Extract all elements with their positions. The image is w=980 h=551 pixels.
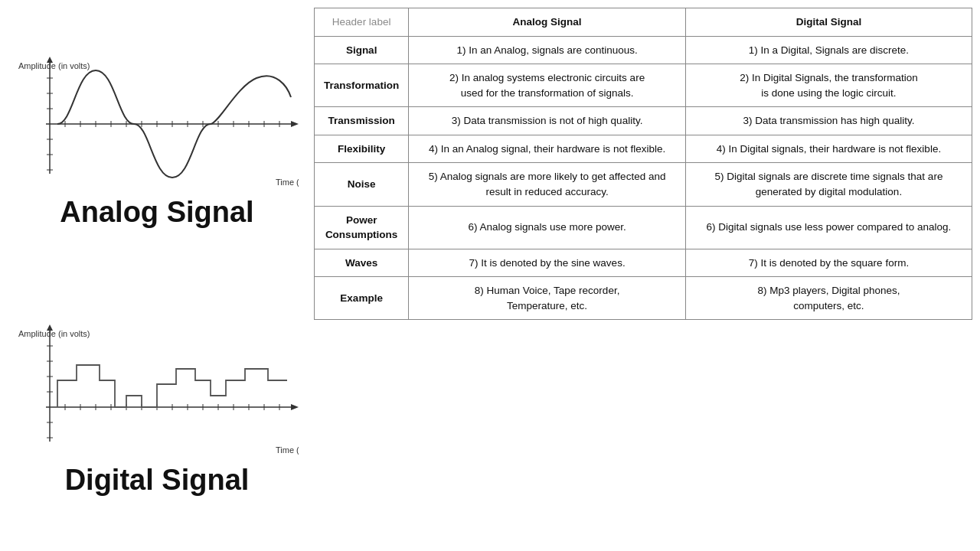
row-analog: 6) Analog signals use more power. [409, 206, 686, 249]
row-digital: 6) Digital signals use less power compar… [685, 206, 972, 249]
table-header-row: Header label Analog Signal Digital Signa… [315, 8, 972, 37]
table-row: Waves7) It is denoted by the sine waves.… [315, 249, 972, 277]
analog-chart: Amplitude (in volts) [15, 55, 299, 193]
table-row: Transmission3) Data transmission is not … [315, 107, 972, 135]
row-label: Transmission [315, 107, 409, 135]
digital-y-label: Amplitude (in volts) [18, 329, 90, 338]
table-row: Flexibility4) In an Analog signal, their… [315, 135, 972, 163]
analog-x-label: Time (in m [276, 178, 299, 187]
left-panel: Amplitude (in volts) [0, 0, 314, 551]
col-header-label: Header label [315, 8, 409, 37]
right-panel: Header label Analog Signal Digital Signa… [314, 0, 980, 551]
digital-chart: Amplitude (in volts) [15, 323, 299, 461]
row-analog: 8) Human Voice, Tape recorder, Temperatu… [409, 277, 686, 320]
comparison-table: Header label Analog Signal Digital Signa… [314, 8, 972, 320]
row-digital: 7) It is denoted by the square form. [685, 249, 972, 277]
analog-chart-svg: Time (in m [15, 55, 299, 193]
col-header-analog: Analog Signal [409, 8, 686, 37]
row-analog: 7) It is denoted by the sine waves. [409, 249, 686, 277]
row-analog: 5) Analog signals are more likely to get… [409, 163, 686, 206]
row-label: Signal [315, 36, 409, 64]
svg-marker-2 [291, 121, 299, 127]
row-digital: 3) Data transmission has high quality. [685, 107, 972, 135]
digital-chart-svg: Time (in m [15, 323, 299, 461]
row-label: Example [315, 277, 409, 320]
row-label: Noise [315, 163, 409, 206]
row-digital: 2) In Digital Signals, the transformatio… [685, 64, 972, 107]
table-row: Signal1) In an Analog, signals are conti… [315, 36, 972, 64]
row-digital: 4) In Digital signals, their hardware is… [685, 135, 972, 163]
digital-signal-block: Amplitude (in volts) [15, 323, 299, 497]
row-analog: 2) In analog systems electronic circuits… [409, 64, 686, 107]
table-row: Example8) Human Voice, Tape recorder, Te… [315, 277, 972, 320]
row-label: Power Consumptions [315, 206, 409, 249]
analog-signal-title: Analog Signal [60, 196, 253, 229]
row-digital: 5) Digital signals are discrete time sig… [685, 163, 972, 206]
analog-y-label: Amplitude (in volts) [18, 61, 90, 70]
table-row: Power Consumptions6) Analog signals use … [315, 206, 972, 249]
table-row: Transformation2) In analog systems elect… [315, 64, 972, 107]
digital-x-label: Time (in m [276, 445, 299, 455]
table-row: Noise5) Analog signals are more likely t… [315, 163, 972, 206]
svg-marker-27 [291, 404, 299, 410]
analog-signal-block: Amplitude (in volts) [15, 55, 299, 229]
digital-signal-title: Digital Signal [65, 464, 250, 497]
row-digital: 8) Mp3 players, Digital phones, computer… [685, 277, 972, 320]
row-analog: 3) Data transmission is not of high qual… [409, 107, 686, 135]
row-label: Transformation [315, 64, 409, 107]
row-label: Flexibility [315, 135, 409, 163]
row-label: Waves [315, 249, 409, 277]
col-header-digital: Digital Signal [685, 8, 972, 37]
row-analog: 4) In an Analog signal, their hardware i… [409, 135, 686, 163]
row-digital: 1) In a Digital, Signals are discrete. [685, 36, 972, 64]
row-analog: 1) In an Analog, signals are continuous. [409, 36, 686, 64]
